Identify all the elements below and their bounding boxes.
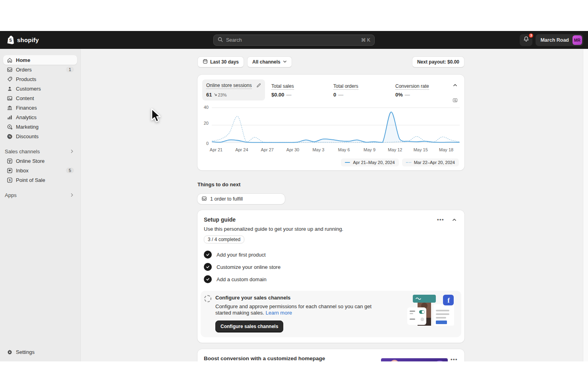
sidebar-item-analytics[interactable]: Analytics (3, 112, 77, 122)
order-box-icon (201, 196, 207, 203)
channel-filter-button[interactable]: All channels (247, 56, 292, 68)
boost-card-title: Boost conversion with a customized homep… (204, 355, 379, 361)
metric-total-sales[interactable]: Total sales $0.00— (271, 79, 327, 98)
chart-legend: Apr 21–May 20, 2024Mar 22–Apr 20, 2024 (202, 158, 460, 166)
overflow-menu-icon[interactable]: ••• (437, 216, 445, 224)
setup-step-completed[interactable]: Customize your online store (204, 263, 458, 271)
search-input[interactable] (226, 37, 358, 43)
bank-icon (6, 104, 13, 111)
metric-conversion-rate[interactable]: Conversion rate 0%— (395, 79, 451, 98)
check-icon (204, 251, 212, 259)
sidebar-item-discounts[interactable]: % Discounts (3, 131, 77, 141)
sidebar-item-home[interactable]: Home (3, 55, 77, 65)
scrollbar[interactable] (583, 49, 588, 361)
orders-badge: 1 (66, 67, 74, 72)
store-name: March Road (540, 37, 569, 43)
metric-total-orders[interactable]: Total orders 0— (333, 79, 389, 98)
home-icon (6, 57, 13, 63)
sales-channels-illustration: f (407, 294, 455, 326)
topbar: S shopify ⌘ K 3 March Roa (0, 31, 588, 49)
homepage-illustration (381, 358, 448, 361)
sidebar-item-products[interactable]: Products (3, 74, 77, 84)
sidebar-item-online-store[interactable]: Online Store (3, 156, 77, 166)
metric-online-store-sessions[interactable]: Online store sessions 61 23% (202, 79, 265, 100)
things-to-do-heading: Things to do next (197, 182, 464, 187)
chart-search-icon[interactable] (451, 96, 459, 104)
chart-plot[interactable] (212, 107, 460, 145)
legend-item[interactable]: Apr 21–May 20, 2024 (341, 158, 398, 166)
shopify-logo[interactable]: S shopify (6, 35, 39, 45)
chevron-right-icon (70, 149, 74, 154)
setup-progress-badge: 3 / 4 completed (204, 236, 244, 243)
configure-sales-channels-button[interactable]: Configure sales channels (215, 321, 283, 332)
calendar-icon (203, 59, 208, 65)
discount-badge-icon: % (6, 133, 13, 139)
notifications-badge: 3 (528, 33, 534, 39)
sidebar-item-marketing[interactable]: Marketing (3, 122, 77, 131)
inbox-icon (6, 167, 13, 174)
boost-conversion-card: Boost conversion with a customized homep… (197, 349, 464, 361)
overflow-menu-icon[interactable]: ••• (450, 355, 458, 361)
person-icon (6, 85, 13, 92)
sidebar-item-finances[interactable]: Finances (3, 103, 77, 112)
sidebar-item-point-of-sale[interactable]: $ Point of Sale (3, 175, 77, 185)
sidebar-section-apps[interactable]: Apps (3, 190, 77, 200)
screen: S shopify ⌘ K 3 March Roa (0, 0, 588, 392)
gear-icon (6, 349, 13, 355)
inbox-badge: 5 (66, 168, 74, 173)
global-search[interactable]: ⌘ K (213, 35, 375, 46)
sessions-chart: 40200 Apr 21Apr 24Apr 27Apr 30May 3May 6… (202, 107, 460, 166)
avatar: MR (573, 35, 582, 45)
setup-guide-card: Setup guide ••• Use this personalized gu… (197, 210, 464, 343)
trend-down-icon: 23% (214, 93, 226, 97)
target-icon (6, 124, 13, 130)
sidebar-item-customers[interactable]: Customers (3, 84, 77, 93)
collapse-card-icon[interactable] (451, 81, 459, 89)
chevron-down-icon (283, 59, 287, 65)
setup-guide-description: Use this personalized guide to get your … (204, 226, 458, 232)
svg-text:%: % (8, 135, 11, 137)
search-shortcut: ⌘ K (361, 37, 370, 43)
check-icon (204, 275, 212, 283)
setup-step-completed[interactable]: Add your first product (204, 251, 458, 259)
search-icon (218, 37, 223, 44)
chart-x-axis: Apr 21Apr 24Apr 27Apr 30May 3May 6May 9M… (216, 147, 464, 154)
date-range-button[interactable]: Last 30 days (197, 56, 244, 68)
pencil-icon[interactable] (256, 82, 261, 89)
svg-text:$: $ (9, 178, 11, 182)
order-to-fulfill-button[interactable]: 1 order to fulfill (197, 194, 285, 204)
setup-guide-title: Setup guide (204, 216, 236, 223)
point-of-sale-icon: $ (6, 177, 13, 183)
current-step-title: Configure your sales channels (215, 295, 378, 301)
legend-item[interactable]: Mar 22–Apr 20, 2024 (402, 158, 459, 166)
chart-y-axis: 40200 (202, 107, 209, 143)
sidebar-item-inbox[interactable]: Inbox 5 (3, 166, 77, 175)
orders-icon (6, 66, 13, 73)
check-icon (204, 263, 212, 271)
sidebar-item-content[interactable]: Content (3, 93, 77, 103)
next-payout-button[interactable]: Next payout: $0.00 (412, 56, 464, 68)
svg-text:S: S (9, 38, 12, 42)
incomplete-step-icon[interactable] (204, 295, 211, 302)
collapse-setup-icon[interactable] (450, 216, 458, 224)
shopify-admin-window: S shopify ⌘ K 3 March Roa (0, 31, 588, 361)
tag-icon (6, 76, 13, 82)
sidebar-item-settings[interactable]: Settings (3, 347, 77, 357)
bar-chart-icon (6, 114, 13, 120)
main-area: Last 30 days All channels Next payout: $… (81, 49, 588, 361)
dashboard-controls: Last 30 days All channels Next payout: $… (197, 56, 464, 68)
learn-more-link[interactable]: Learn more (265, 310, 292, 316)
online-store-icon (6, 158, 13, 164)
current-step-description: Configure and approve permissions for ea… (215, 303, 378, 316)
chevron-right-icon (70, 192, 74, 198)
sidebar-section-sales-channels[interactable]: Sales channels (3, 147, 77, 156)
shopify-bag-icon: S (6, 35, 15, 45)
account-menu[interactable]: March Road MR (536, 34, 583, 46)
setup-step-completed[interactable]: Add a custom domain (204, 275, 458, 283)
setup-step-current: Configure your sales channels Configure … (201, 291, 461, 337)
sidebar-item-orders[interactable]: Orders 1 (3, 65, 77, 74)
sidebar: Home Orders 1 Products Customers C (0, 49, 81, 361)
notifications-button[interactable]: 3 (520, 34, 532, 46)
analytics-card: Online store sessions 61 23% (197, 75, 464, 170)
brand-name: shopify (17, 37, 39, 43)
